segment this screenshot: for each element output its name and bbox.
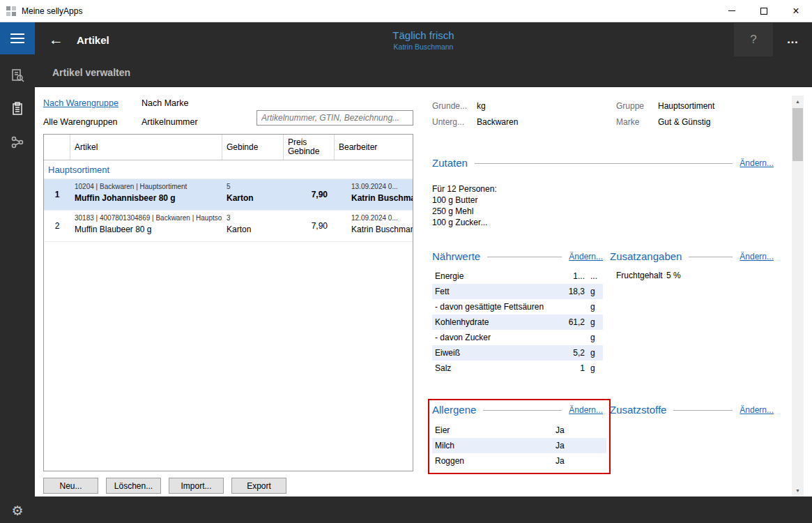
grundeinheit-value: kg (477, 101, 616, 111)
naehrwert-label: - davon Zucker (435, 333, 553, 342)
scroll-up-icon[interactable]: ▲ (792, 96, 804, 107)
minimize-button[interactable] (716, 0, 748, 22)
maximize-icon (760, 8, 767, 15)
row-price: 7,90 (284, 179, 335, 210)
table-row-1[interactable]: 1 10204 | Backwaren | Hauptsortiment Muf… (44, 179, 413, 211)
export-button[interactable]: Export (231, 478, 286, 494)
hamburger-icon (10, 33, 24, 35)
neu-button[interactable]: Neu... (43, 478, 98, 494)
clipboard-icon (10, 101, 25, 119)
zusatzangabe-value: 5 % (666, 271, 681, 280)
row-gebinde-unit: Karton (227, 193, 284, 203)
zutaten-line: 100 g Butter (432, 195, 497, 206)
naehrwert-unit: g (590, 287, 602, 296)
loeschen-button[interactable]: Löschen... (106, 478, 161, 494)
close-icon: × (792, 6, 799, 17)
naehrwert-unit: g (590, 333, 602, 342)
account-info[interactable]: Täglich frisch Katrin Buschmann (392, 29, 454, 51)
row-gebinde-count: 5 (227, 183, 284, 190)
import-button[interactable]: Import... (169, 478, 224, 494)
zutaten-line: 250 g Mehl (432, 206, 497, 217)
allergene-aendern-link[interactable]: Ändern... (569, 405, 603, 415)
ellipsis-icon: … (787, 33, 799, 46)
article-table: Artikel Gebinde Preis Gebinde Bearbeiter… (43, 134, 413, 471)
tab-nach-warengruppe[interactable]: Nach Warengruppe (43, 98, 118, 108)
row-date: 12.09.2024 0... (351, 214, 413, 222)
row-editor: Katrin Buschmann (351, 225, 413, 234)
naehrwert-label: - davon gesättigte Fettsäuren (435, 302, 553, 312)
allergen-value: Ja (556, 456, 606, 466)
sidebar-item-search[interactable] (0, 60, 35, 93)
naehrwert-label: Eiweiß (435, 348, 553, 358)
zusatzstoffe-aendern-link[interactable]: Ändern... (740, 405, 774, 415)
allergen-label: Milch (435, 441, 556, 450)
row-date: 13.09.2024 0... (351, 183, 413, 190)
help-button[interactable]: ? (734, 23, 773, 56)
app-icon (6, 6, 16, 16)
allergen-value: Ja (556, 441, 606, 450)
window-title: Meine sellyApps (22, 6, 82, 16)
zusatzstoffe-title: Zusatzstoffe (610, 404, 666, 416)
naehrwert-row: Energie 1... ... (432, 268, 603, 284)
row-gebinde-count: 3 (227, 214, 284, 222)
naehrwert-unit: g (590, 363, 602, 373)
gruppe-value: Hauptsortiment (658, 101, 714, 111)
group-header-hauptsortiment[interactable]: Hauptsortiment (44, 160, 413, 179)
naehrwert-row: Fett 18,3 g (432, 284, 603, 299)
zusatzangaben-title: Zusatzangaben (610, 250, 682, 262)
untergruppe-label: Unterg... (432, 117, 477, 127)
sidebar-item-connections[interactable] (0, 127, 35, 160)
hamburger-icon-bar (10, 38, 24, 39)
maximize-button[interactable] (748, 0, 780, 22)
divider (475, 163, 733, 164)
list-actions: Neu... Löschen... Import... Export (43, 478, 286, 494)
gear-icon: ⚙ (11, 503, 23, 518)
row-gebinde-unit: Karton (227, 225, 284, 234)
section-title: Artikel verwalten (52, 67, 130, 78)
untergruppe-value: Backwaren (477, 117, 616, 127)
naehrwerte-aendern-link[interactable]: Ändern... (569, 252, 603, 262)
marke-label: Marke (616, 117, 658, 127)
naehrwert-label: Salz (435, 363, 553, 373)
warengruppen-filter[interactable]: Alle Warengruppen (43, 117, 118, 127)
zutaten-title: Zutaten (432, 157, 468, 169)
column-bearbeiter[interactable]: Bearbeiter (335, 135, 413, 160)
section-naehrwerte: Nährwerte Ändern... (432, 250, 603, 262)
divider (483, 410, 562, 411)
row-index: 1 (44, 179, 70, 210)
naehrwert-value: 1 (553, 363, 585, 373)
vertical-scrollbar[interactable]: ▲ ▼ (792, 96, 804, 497)
zutaten-line: Für 12 Personen: (432, 183, 497, 195)
column-gebinde[interactable]: Gebinde (222, 135, 284, 160)
column-artikel[interactable]: Artikel (70, 135, 222, 160)
back-button[interactable]: ← (49, 31, 68, 48)
row-name: Muffin Blaubeer 80 g (75, 225, 222, 234)
more-button[interactable]: … (773, 33, 812, 47)
gruppe-label: Gruppe (616, 101, 658, 111)
column-preis-gebinde[interactable]: Preis Gebinde (284, 135, 335, 160)
close-button[interactable]: × (780, 0, 812, 22)
zusatzangabe-label: Fruchtgehalt (616, 271, 666, 280)
naehrwert-value: 1... (553, 271, 585, 281)
article-detail-panel: Grunde... kg Gruppe Hauptsortiment Unter… (432, 87, 786, 497)
zutaten-line: 100 g Zucker... (432, 217, 497, 228)
tab-nach-marke[interactable]: Nach Marke (141, 98, 188, 108)
naehrwert-value: 5,2 (553, 348, 585, 358)
section-zutaten: Zutaten Ändern... (432, 157, 774, 169)
zutaten-aendern-link[interactable]: Ändern... (740, 158, 774, 168)
minimize-icon (728, 10, 735, 11)
scrollbar-thumb[interactable] (792, 108, 803, 161)
sidebar-item-artikel[interactable] (0, 93, 35, 127)
zusatzangaben-aendern-link[interactable]: Ändern... (740, 252, 774, 262)
settings-button[interactable]: ⚙ (0, 503, 35, 519)
artikelnummer-label: Artikelnummer (141, 117, 198, 127)
scroll-down-icon[interactable]: ▼ (792, 485, 804, 497)
article-list-panel: Nach Warengruppe Nach Marke Alle Warengr… (43, 96, 413, 497)
search-input[interactable] (256, 110, 413, 126)
hamburger-icon-bar (10, 42, 24, 43)
table-row-2[interactable]: 2 30183 | 4007801304869 | Backwaren | Ha… (44, 211, 413, 242)
sidebar: ⚙ (0, 22, 35, 523)
detail-fields: Grunde... kg Gruppe Hauptsortiment Unter… (432, 101, 714, 127)
menu-button[interactable] (0, 22, 35, 54)
section-zusatzstoffe: Zusatzstoffe Ändern... (610, 404, 774, 416)
